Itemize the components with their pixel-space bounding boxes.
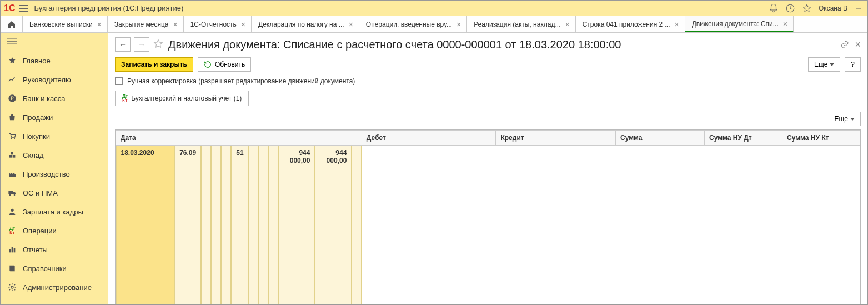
- star-filled-icon: [7, 56, 17, 66]
- help-button[interactable]: ?: [845, 57, 861, 72]
- cell-date: 18.03.2020: [116, 146, 175, 305]
- content: ← → Движения документа: Списание с расче…: [108, 33, 867, 305]
- sidebar-item-purchases[interactable]: Покупки: [1, 127, 108, 146]
- cell-sum-nu-kt: [352, 146, 362, 305]
- sidebar-item-manager[interactable]: Руководителю: [1, 70, 108, 89]
- more-button[interactable]: Еще: [808, 57, 840, 72]
- tab-realization[interactable]: Реализация (акты, наклад...×: [467, 16, 576, 32]
- sidebar: Главное Руководителю ₽Банк и касса Прода…: [1, 33, 108, 305]
- truck-icon: [7, 188, 17, 198]
- tab-bank-statements[interactable]: Банковские выписки×: [23, 16, 108, 32]
- svg-rect-5: [9, 155, 12, 158]
- tab-line-041[interactable]: Строка 041 приложения 2 ...×: [576, 16, 685, 32]
- tab-manual-operations[interactable]: Операции, введенные вру...×: [359, 16, 467, 32]
- table-row[interactable]: 18.03.2020 76.09 51 944 000,00 944 000,0…: [116, 146, 362, 305]
- sidebar-item-main[interactable]: Главное: [1, 51, 108, 70]
- chevron-down-icon: [850, 118, 855, 121]
- boxes-icon: [7, 150, 17, 160]
- tab-accounting[interactable]: ДтКт Бухгалтерский и налоговый учет (1): [115, 91, 249, 106]
- nav-forward-button[interactable]: →: [134, 37, 149, 52]
- sidebar-item-label: Администрирование: [23, 283, 92, 292]
- svg-rect-6: [13, 155, 16, 158]
- sidebar-item-salary[interactable]: Зарплата и кадры: [1, 202, 108, 221]
- cell-debit-account: 76.09: [174, 146, 201, 305]
- bell-icon[interactable]: [769, 3, 779, 13]
- col-sum[interactable]: Сумма: [616, 131, 705, 146]
- col-date[interactable]: Дата: [116, 131, 362, 146]
- svg-point-9: [14, 194, 16, 196]
- refresh-button[interactable]: Обновить: [198, 57, 251, 72]
- svg-text:₽: ₽: [11, 96, 14, 101]
- sidebar-item-label: Зарплата и кадры: [23, 208, 83, 216]
- close-icon[interactable]: ×: [349, 21, 353, 28]
- manual-edit-checkbox-row: Ручная корректировка (разрешает редактир…: [115, 77, 861, 85]
- panel-icon[interactable]: [854, 3, 864, 13]
- close-icon[interactable]: ×: [456, 21, 461, 28]
- favorite-star-icon[interactable]: [153, 38, 165, 51]
- table-header-row: Дата Дебет Кредит Сумма Сумма НУ Дт Сумм…: [116, 131, 860, 146]
- close-icon[interactable]: ×: [241, 21, 245, 28]
- sidebar-menu-icon[interactable]: [1, 33, 108, 51]
- history-icon[interactable]: [785, 3, 795, 13]
- sidebar-item-warehouse[interactable]: Склад: [1, 146, 108, 164]
- save-close-button[interactable]: Записать и закрыть: [115, 57, 193, 72]
- close-icon[interactable]: ×: [674, 21, 679, 28]
- ruble-icon: ₽: [7, 93, 17, 103]
- col-sum-nu-dt[interactable]: Сумма НУ Дт: [705, 131, 782, 146]
- cell-sum: 944 000,00: [279, 146, 315, 305]
- sidebar-item-reports[interactable]: Отчеты: [1, 240, 108, 259]
- chart-line-icon: [7, 74, 17, 84]
- toolbar: Записать и закрыть Обновить Еще ?: [115, 57, 861, 72]
- cell-credit-account: 51: [231, 146, 248, 305]
- col-credit[interactable]: Кредит: [496, 131, 616, 146]
- sidebar-item-label: Покупки: [23, 132, 50, 141]
- table-more-button[interactable]: Еще: [829, 112, 861, 126]
- sidebar-item-label: Производство: [23, 170, 70, 178]
- sidebar-item-label: ОС и НМА: [23, 189, 58, 197]
- sidebar-item-label: Главное: [23, 57, 51, 65]
- titlebar: 1C Бухгалтерия предприятия (1С:Предприят…: [1, 1, 867, 16]
- sidebar-item-label: Склад: [23, 151, 44, 159]
- sidebar-item-label: Руководителю: [23, 76, 71, 84]
- sidebar-item-label: Операции: [23, 227, 57, 235]
- sidebar-item-label: Отчеты: [23, 246, 48, 254]
- menu-icon[interactable]: [19, 5, 28, 12]
- col-sum-nu-kt[interactable]: Сумма НУ Кт: [782, 131, 860, 146]
- nav-back-button[interactable]: ←: [115, 37, 131, 52]
- sidebar-item-operations[interactable]: ДтКтОперации: [1, 221, 108, 240]
- close-icon[interactable]: ×: [565, 21, 569, 28]
- bars-icon: [7, 244, 17, 254]
- tab-1c-reporting[interactable]: 1С-Отчетность×: [184, 16, 252, 32]
- factory-icon: [7, 169, 17, 179]
- sidebar-item-sales[interactable]: Продажи: [1, 108, 108, 127]
- svg-point-3: [11, 138, 12, 139]
- tab-document-movements[interactable]: Движения документа: Спи...×: [685, 16, 794, 32]
- svg-point-10: [11, 209, 13, 212]
- accounting-grid: Дата Дебет Кредит Сумма Сумма НУ Дт Сумм…: [115, 129, 861, 305]
- chevron-down-icon: [830, 63, 834, 66]
- sidebar-item-assets[interactable]: ОС и НМА: [1, 183, 108, 202]
- sidebar-item-catalogs[interactable]: Справочники: [1, 259, 108, 278]
- sidebar-item-bank[interactable]: ₽Банк и касса: [1, 89, 108, 108]
- tab-month-close[interactable]: Закрытие месяца×: [108, 16, 184, 32]
- col-debit[interactable]: Дебет: [362, 131, 496, 146]
- link-icon[interactable]: [840, 40, 849, 49]
- page-title: Движения документа: Списание с расчетног…: [168, 38, 621, 51]
- svg-rect-7: [11, 152, 13, 155]
- sidebar-item-label: Банк и касса: [23, 94, 66, 103]
- cart-icon: [7, 131, 17, 141]
- manual-edit-checkbox[interactable]: [115, 77, 123, 85]
- sidebar-item-production[interactable]: Производство: [1, 164, 108, 183]
- close-icon[interactable]: ×: [173, 21, 177, 28]
- document-tabs: Банковские выписки× Закрытие месяца× 1С-…: [1, 16, 867, 33]
- user-name[interactable]: Оксана В: [819, 4, 847, 12]
- sidebar-item-admin[interactable]: Администрирование: [1, 278, 108, 297]
- tab-tax-declaration[interactable]: Декларация по налогу на ...×: [252, 16, 359, 32]
- close-page-icon[interactable]: ×: [855, 39, 861, 51]
- svg-rect-13: [14, 248, 16, 252]
- star-icon[interactable]: [802, 3, 812, 13]
- close-icon[interactable]: ×: [97, 21, 102, 28]
- home-tab[interactable]: [1, 16, 23, 32]
- close-icon[interactable]: ×: [783, 20, 787, 28]
- svg-rect-12: [12, 247, 13, 252]
